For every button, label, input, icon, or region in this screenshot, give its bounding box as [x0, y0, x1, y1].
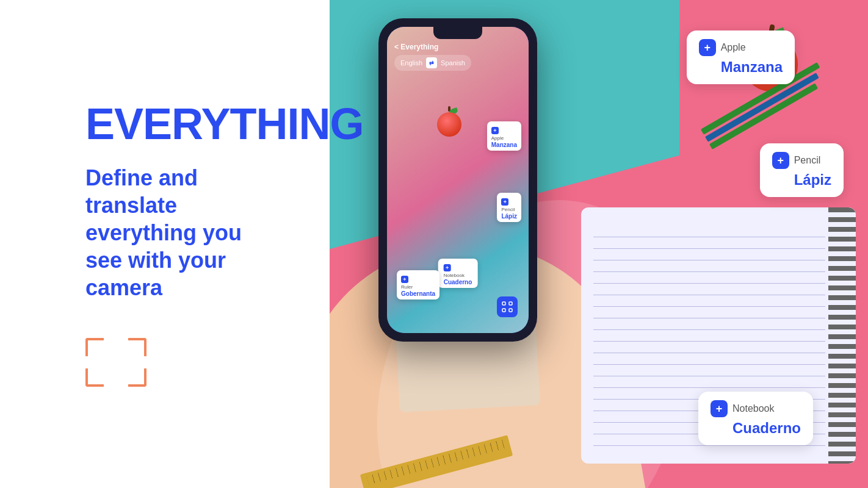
phone-back-text: < Everything [394, 43, 521, 51]
phone-frame: < Everything English ⇄ Spanish [378, 18, 537, 342]
phone-notebook-es: Cuaderno [444, 279, 472, 285]
phone-scan-button[interactable] [497, 296, 518, 317]
bracket-top-left [85, 338, 104, 356]
subtitle-line1: Define and [85, 165, 198, 190]
phone-notch [433, 27, 482, 39]
subtitle-line2: translate [85, 193, 177, 218]
subtitle-line5: camera [85, 275, 162, 300]
phone-mini-label-apple: + Apple Manzana [487, 121, 521, 151]
subtitle-line3: everything you [85, 220, 242, 245]
phone-lang-to: Spanish [441, 59, 465, 66]
apple-plus-icon: + [699, 39, 716, 56]
apple-english-label: Apple [721, 42, 746, 53]
camera-scan-icon [85, 338, 146, 387]
phone-apple-plus: + [491, 127, 499, 134]
bracket-bottom-right [128, 368, 146, 387]
translation-label-apple: + Apple Manzana [687, 30, 795, 84]
phone-notebook-plus: + [444, 264, 451, 271]
scan-icon [502, 301, 513, 312]
translation-label-notebook: + Notebook Cuaderno [698, 392, 813, 445]
phone-lang-swap-icon: ⇄ [426, 57, 437, 68]
pencil-english-label: Pencil [794, 155, 821, 166]
phone-header: < Everything English ⇄ Spanish [394, 43, 521, 71]
notebook-large-spiral [828, 207, 856, 464]
phone-apple-en: Apple [491, 135, 517, 142]
phone-mini-label-notebook: + Notebook Cuaderno [438, 259, 478, 288]
left-panel: EVERYTHING Define and translate everythi… [0, 0, 330, 488]
bracket-bottom-left [85, 368, 104, 387]
label-pencil-header: + Pencil [772, 152, 821, 169]
apple-spanish-label: Manzana [721, 59, 783, 76]
phone-apple-es: Manzana [491, 142, 517, 148]
phone-ruler-es: Gobernanta [401, 290, 435, 297]
bracket-top-right [128, 338, 146, 356]
svg-rect-3 [509, 309, 512, 312]
label-notebook-header: + Notebook [711, 400, 775, 417]
phone-container: < Everything English ⇄ Spanish [378, 18, 537, 342]
label-apple-header: + Apple [699, 39, 746, 56]
pencil-plus-icon: + [772, 152, 789, 169]
phone-mini-label-pencil: + Pencil Lápiz [497, 193, 521, 222]
translation-label-pencil: + Pencil Lápiz [760, 143, 844, 197]
phone-ruler-plus: + [401, 276, 408, 283]
subtitle-line4: see with your [85, 248, 226, 273]
phone-ruler-en: Ruler [401, 284, 435, 290]
svg-rect-1 [509, 302, 512, 305]
main-title: EVERYTHING [85, 102, 293, 146]
svg-rect-0 [502, 302, 505, 305]
phone-screen: < Everything English ⇄ Spanish [387, 27, 529, 333]
phone-apple-body [437, 112, 461, 137]
phone-pencil-plus: + [501, 198, 508, 206]
right-panel: + Apple Manzana + Pencil Lápiz + Noteboo… [330, 0, 868, 488]
notebook-plus-icon: + [711, 400, 728, 417]
phone-notebook-en: Notebook [444, 273, 472, 279]
notebook-spanish-label: Cuaderno [732, 420, 801, 437]
phone-apple-object [436, 106, 463, 137]
phone-lang-row: English ⇄ Spanish [394, 55, 471, 71]
svg-rect-2 [502, 309, 505, 312]
notebook-english-label: Notebook [732, 403, 775, 414]
pencil-spanish-label: Lápiz [794, 171, 831, 188]
phone-mini-label-ruler: + Ruler Gobernanta [397, 270, 439, 300]
page-container: EVERYTHING Define and translate everythi… [0, 0, 868, 488]
subtitle: Define and translate everything you see … [85, 164, 293, 301]
phone-pencil-en: Pencil [501, 207, 517, 213]
phone-pencil-es: Lápiz [501, 213, 517, 220]
phone-lang-from: English [400, 59, 422, 66]
